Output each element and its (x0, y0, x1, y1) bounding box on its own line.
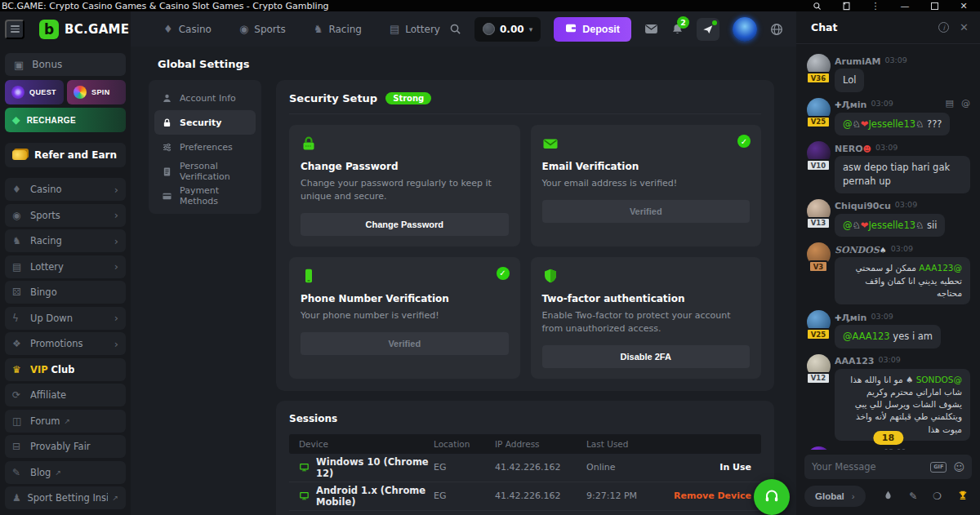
chat-info-icon[interactable]: i (938, 22, 949, 33)
settings-nav-personal-verification[interactable]: Personal Verification (154, 159, 256, 184)
updown-icon: ϟ (12, 313, 30, 324)
minimize-icon[interactable]: — (900, 1, 910, 11)
rain-icon[interactable] (883, 489, 893, 504)
mention-icon[interactable]: @ (961, 98, 970, 109)
chat-message: V3SONDOS♠03:09@AAA123 ممكن لو سمحتي تحطي… (804, 242, 970, 304)
chat-message: V25✚Ӆмin03:09▤@@♘❤Jesselle13♘ ??? (804, 98, 970, 136)
racing-icon: ♞ (12, 235, 30, 246)
browser-menu-icon[interactable]: ⋮ (871, 1, 880, 11)
chevron-down-icon: ▾ (529, 25, 533, 33)
sidebar-item-sport-betting-insig[interactable]: ♟Sport Betting Insig...↗ (5, 486, 126, 509)
card-description: Change your password regularly to keep i… (301, 177, 509, 203)
gift-icon: ▣ (14, 59, 24, 71)
message-bubble: @AAA123 yes i am (835, 325, 941, 349)
username[interactable]: ✚Ӆмin (835, 309, 866, 324)
spin-button[interactable]: SPIN (67, 80, 126, 104)
sessions-title: Sessions (289, 413, 761, 424)
casino-icon: ♦ (163, 23, 173, 35)
message-bubble: @♘❤Jesselle13♘ ??? (835, 113, 950, 136)
coin-drop-icon[interactable]: ❍ (933, 491, 942, 502)
close-window-icon[interactable]: ✕ (959, 1, 969, 11)
sidebar-item-bonus[interactable]: ▣ Bonus (5, 53, 126, 76)
emoji-icon[interactable]: ☺ (953, 461, 964, 473)
gif-icon[interactable]: GIF (930, 462, 947, 473)
sidebar-item-promotions[interactable]: ❖Promotions› (5, 332, 126, 355)
disable-2fa-button[interactable]: Disable 2FA (542, 345, 751, 368)
change-password-button[interactable]: Change Password (301, 213, 509, 236)
username[interactable]: Towfique (835, 444, 880, 450)
sidebar-item-affiliate[interactable]: ⟳Affiliate (5, 384, 126, 406)
sidebar-item-bingo[interactable]: ⚄Bingo (5, 281, 126, 304)
remove-device-button[interactable]: Remove Device (674, 491, 751, 501)
user-avatar[interactable] (733, 17, 757, 42)
sidebar-item-sports[interactable]: ◉Sports› (5, 204, 126, 227)
sidebar-item-vip-club[interactable]: ♛VIP Club (5, 358, 126, 381)
sidebar-item-racing[interactable]: ♞Racing› (5, 229, 126, 252)
tip-icon[interactable]: ▤ (946, 98, 954, 109)
hamburger-menu-button[interactable] (5, 20, 24, 39)
trophy-icon[interactable] (957, 489, 969, 504)
chevron-right-icon: › (114, 338, 118, 350)
settings-nav-security[interactable]: Security (154, 110, 256, 135)
support-button[interactable] (754, 479, 790, 515)
sidebar-item-lottery[interactable]: ▤Lottery› (5, 255, 126, 278)
sidebar-item-provably-fair[interactable]: ⊟Provably Fair (5, 435, 126, 458)
level-badge: V3 (808, 260, 829, 273)
reader-mode-icon[interactable] (841, 1, 851, 11)
sidebar-item-forum[interactable]: ◫Forum↗ (5, 410, 126, 433)
bcgame-logo[interactable]: b BC.GAME (39, 20, 129, 39)
chat-close-icon[interactable]: ✕ (960, 21, 969, 33)
rules-pen-icon[interactable]: ✎ (909, 491, 917, 502)
header-nav-racing[interactable]: ♞Racing (314, 23, 362, 35)
message-bubble: @SONDOS ♠ مو انا والله هذا شاب اماراتي م… (835, 369, 970, 441)
card-description: Your email address is verified! (542, 177, 751, 190)
security-setup-panel: Security Setup Strong Change PasswordCha… (276, 80, 774, 391)
username[interactable]: SONDOS♠ (835, 241, 887, 256)
notifications-bell-icon[interactable]: 2 (671, 23, 684, 36)
settings-nav-preferences[interactable]: Preferences (154, 135, 256, 159)
settings-nav-account-info[interactable]: Account Info (154, 86, 256, 110)
verified-button[interactable]: Verified (542, 200, 751, 223)
username[interactable]: Chiqui90cu (835, 197, 891, 212)
recharge-button[interactable]: ◆ RECHARGE (5, 108, 126, 132)
header-nav-lottery[interactable]: ▤Lottery (390, 23, 440, 35)
username[interactable]: AAA123 (835, 352, 875, 367)
chat-message: V10NERO☻03:09asw depo tiap hari gak pern… (804, 141, 970, 193)
settings-nav-payment-methods[interactable]: Payment Methods (154, 184, 256, 208)
restore-icon[interactable] (929, 1, 939, 11)
sidebar-item-casino[interactable]: ♦Casino› (5, 178, 126, 201)
chat-bottom-bar: Global › ✎ ❍ (804, 486, 972, 507)
phone-icon (301, 268, 509, 286)
mail-icon (542, 135, 751, 153)
username[interactable]: NERO☻ (835, 140, 871, 155)
sidebar-item-blog[interactable]: ✎Blog↗ (5, 461, 126, 484)
header-nav-sports[interactable]: ◉Sports (239, 23, 286, 35)
language-globe-icon[interactable] (770, 23, 783, 36)
avatar[interactable] (807, 446, 831, 450)
new-messages-badge[interactable]: 18 (873, 431, 903, 445)
verified-button[interactable]: Verified (301, 332, 509, 355)
headset-icon (764, 488, 780, 507)
chat-room-selector[interactable]: Global › (804, 486, 866, 507)
inbox-icon[interactable] (644, 24, 658, 34)
page-search-icon[interactable] (812, 1, 822, 11)
chat-toggle-icon[interactable] (697, 18, 719, 41)
settings-nav: Account InfoSecurityPreferencesPersonal … (149, 80, 261, 214)
deposit-button[interactable]: Deposit (554, 17, 631, 42)
balance-selector[interactable]: 0.00 ▾ (474, 17, 541, 42)
security-setup-title: Security Setup (289, 92, 377, 104)
security-cards: Change PasswordChange your password regu… (289, 125, 761, 379)
search-icon[interactable] (449, 23, 461, 35)
quest-button[interactable]: QUEST (5, 80, 64, 104)
card-icon (162, 191, 172, 202)
header-nav: ♦Casino◉Sports♞Racing▤Lottery (163, 23, 440, 35)
lottery-icon: ▤ (12, 261, 30, 273)
username[interactable]: ArumiAM (835, 52, 880, 68)
chat-message-input[interactable] (812, 461, 924, 473)
header-nav-casino[interactable]: ♦Casino (163, 23, 212, 35)
sidebar-item-up-down[interactable]: ϟUp Down› (5, 307, 126, 330)
refer-and-earn-button[interactable]: Refer and Earn (5, 143, 126, 167)
left-sidebar: ▣ Bonus QUEST SPIN ◆ RECHARGE Refer and … (0, 47, 131, 515)
username[interactable]: ✚Ӆмin (835, 95, 866, 111)
chevron-right-icon: › (114, 209, 118, 221)
